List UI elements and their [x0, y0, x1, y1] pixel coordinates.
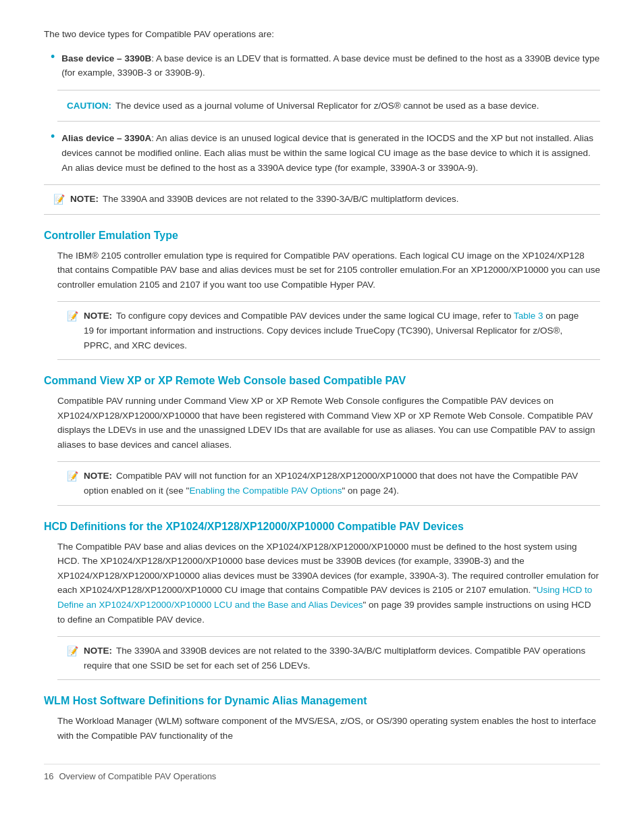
- footer-title: Overview of Compatible PAV Operations: [59, 771, 216, 781]
- bullet-dot-1: •: [51, 50, 55, 64]
- intro-paragraph: The two device types for Compatible PAV …: [44, 27, 600, 42]
- section-text-hcd: The Compatible PAV base and alias device…: [57, 540, 600, 627]
- note-text-before-controller: To configure copy devices and Compatible…: [116, 311, 514, 321]
- note-content-command-view: NOTE:Compatible PAV will not function fo…: [84, 469, 591, 498]
- bullet-item-alias-device: • Alias device – 3390A: An alias device …: [51, 131, 600, 175]
- heading-controller-emulation: Controller Emulation Type: [44, 230, 600, 242]
- hcd-para-text: The Compatible PAV base and alias device…: [57, 542, 599, 596]
- note-box-hcd: 📝 NOTE:The 3390A and 3390B devices are n…: [57, 636, 600, 680]
- bullet-text-base-device: Base device – 3390B: A base device is an…: [61, 51, 600, 80]
- note-label-hcd: NOTE:: [84, 646, 112, 656]
- term-alias-device: Alias device – 3390A: [61, 133, 151, 143]
- note-icon-1: 📝: [53, 192, 65, 207]
- bullet-text-alias-device: Alias device – 3390A: An alias device is…: [61, 131, 600, 175]
- caution-box: CAUTION:The device used as a journal vol…: [57, 90, 600, 122]
- page-container: The two device types for Compatible PAV …: [0, 0, 644, 808]
- note-content-1: NOTE:The 3390A and 3390B devices are not…: [70, 192, 459, 207]
- note-content-hcd: NOTE:The 3390A and 3390B devices are not…: [84, 644, 591, 673]
- heading-wlm: WLM Host Software Definitions for Dynami…: [44, 695, 600, 707]
- note-content-controller: NOTE:To configure copy devices and Compa…: [84, 309, 591, 353]
- note-box-command-view: 📝 NOTE:Compatible PAV will not function …: [57, 461, 600, 505]
- term-base-device: Base device – 3390B: [61, 53, 151, 63]
- caution-text: The device used as a journal volume of U…: [115, 101, 539, 111]
- section-text-controller-emulation: The IBM® 2105 controller emulation type …: [57, 249, 600, 292]
- bullet-dot-2: •: [51, 130, 55, 144]
- enabling-pav-link[interactable]: Enabling the Compatible PAV Options: [189, 486, 342, 496]
- page-footer: 16 Overview of Compatible PAV Operations: [44, 764, 600, 781]
- note-text-hcd: The 3390A and 3390B devices are not rela…: [84, 646, 585, 671]
- note-icon-hcd: 📝: [67, 644, 78, 658]
- caution-label: CAUTION:: [67, 101, 111, 111]
- heading-command-view: Command View XP or XP Remote Web Console…: [44, 375, 600, 387]
- note-label-controller: NOTE:: [84, 311, 112, 321]
- heading-hcd-definitions: HCD Definitions for the XP1024/XP128/XP1…: [44, 521, 600, 533]
- note-label-command-view: NOTE:: [84, 471, 112, 481]
- table3-link[interactable]: Table 3: [514, 311, 543, 321]
- section-text-command-view: Compatible PAV running under Command Vie…: [57, 394, 600, 452]
- section-text-wlm: The Workload Manager (WLM) software comp…: [57, 714, 600, 743]
- note-icon-controller: 📝: [67, 309, 78, 323]
- note-box-1: 📝 NOTE:The 3390A and 3390B devices are n…: [44, 184, 600, 214]
- note-box-controller: 📝 NOTE:To configure copy devices and Com…: [57, 301, 600, 360]
- note-label-1: NOTE:: [70, 194, 99, 204]
- bullet-item-base-device: • Base device – 3390B: A base device is …: [51, 51, 600, 80]
- note-icon-command-view: 📝: [67, 469, 78, 484]
- note-text-1: The 3390A and 3390B devices are not rela…: [103, 194, 459, 204]
- note-text-after-cv: " on page 24).: [342, 486, 399, 496]
- page-number: 16: [44, 771, 53, 781]
